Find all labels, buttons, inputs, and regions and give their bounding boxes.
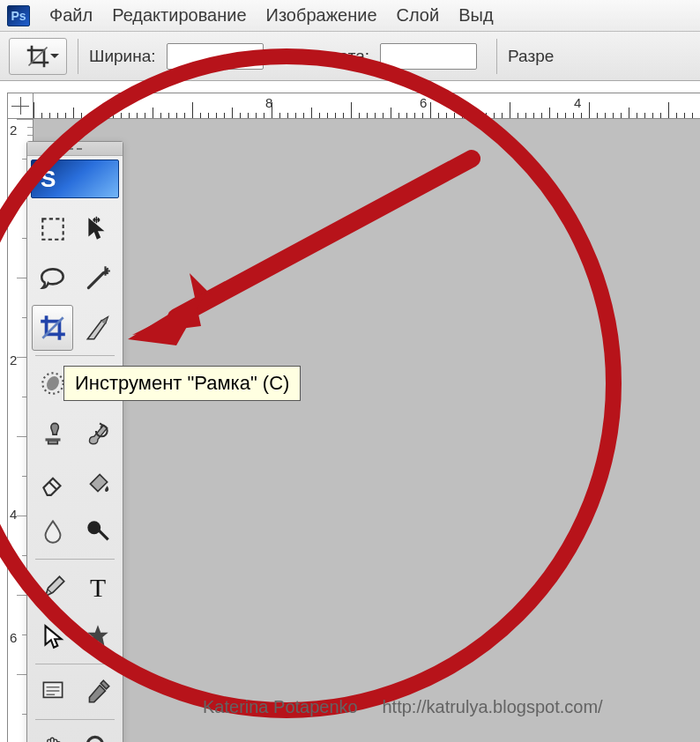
tool-preset-well[interactable] xyxy=(9,38,67,75)
tool-preset-dropdown[interactable] xyxy=(10,39,66,74)
tool-options-bar: Ширина: ⇄ Высота: Разре xyxy=(0,32,700,81)
ruler-tick-label: 4 xyxy=(10,507,17,522)
app-logo-icon: Ps xyxy=(7,5,30,26)
history-brush-icon xyxy=(83,418,113,448)
blur-icon xyxy=(38,516,68,546)
ruler-tick-label: 6 xyxy=(10,630,17,645)
eyedropper-icon xyxy=(83,677,113,707)
hand-icon xyxy=(38,732,68,742)
horizontal-ruler[interactable]: 10 8 6 4 xyxy=(34,93,700,119)
author-name: Katerina Potapenko xyxy=(203,697,358,716)
tool-notes[interactable] xyxy=(32,669,73,715)
ruler-origin[interactable] xyxy=(7,93,34,119)
tool-lasso[interactable] xyxy=(32,256,73,301)
menu-image[interactable]: Изображение xyxy=(266,5,377,26)
separator xyxy=(496,39,497,74)
tool-type[interactable]: T xyxy=(77,564,118,610)
resolution-label: Разре xyxy=(508,47,554,66)
tool-clone-stamp[interactable] xyxy=(32,410,73,456)
tool-blur[interactable] xyxy=(32,508,73,554)
tool-pen[interactable] xyxy=(32,564,73,610)
tool-history-brush[interactable] xyxy=(77,410,118,456)
lasso-icon xyxy=(38,263,68,293)
photoshop-window: Ps Файл Редактирование Изображение Слой … xyxy=(0,0,700,742)
tool-eyedropper[interactable] xyxy=(77,669,118,715)
width-label: Ширина: xyxy=(89,47,156,66)
tool-tooltip: Инструмент "Рамка" (C) xyxy=(63,366,301,401)
separator xyxy=(78,39,78,74)
menu-file[interactable]: Файл xyxy=(49,5,93,26)
ruler-tick-label: 6 xyxy=(420,95,427,110)
paint-bucket-icon xyxy=(83,467,113,497)
notes-icon xyxy=(38,677,68,707)
tool-slice[interactable] xyxy=(77,305,118,351)
path-selection-icon xyxy=(38,621,68,651)
svg-text:T: T xyxy=(89,573,105,602)
attribution-watermark: Katerina Potapenko http://katrulya.blogs… xyxy=(203,697,603,717)
author-url: http://katrulya.blogspot.com/ xyxy=(382,697,602,716)
magic-wand-icon xyxy=(83,263,113,293)
tool-custom-shape[interactable] xyxy=(77,613,118,659)
rectangular-marquee-icon xyxy=(38,214,68,244)
custom-shape-icon xyxy=(83,621,113,651)
tools-panel[interactable]: S T xyxy=(26,141,123,742)
swap-dimensions-icon[interactable]: ⇄ xyxy=(274,45,297,68)
type-icon: T xyxy=(83,572,113,602)
tool-move[interactable] xyxy=(77,206,118,252)
svg-rect-0 xyxy=(42,219,63,239)
panel-grip-icon[interactable] xyxy=(27,142,123,156)
clone-stamp-icon xyxy=(38,418,68,448)
dodge-icon xyxy=(83,516,113,546)
crop-icon xyxy=(26,44,50,69)
zoom-icon xyxy=(83,732,113,742)
tool-dodge[interactable] xyxy=(77,508,118,554)
ruler-tick-label: 2 xyxy=(10,122,17,137)
height-label: Высота: xyxy=(308,47,370,66)
menu-edit[interactable]: Редактирование xyxy=(112,5,246,26)
tool-path-selection[interactable] xyxy=(32,613,73,659)
slice-icon xyxy=(83,313,113,343)
tool-hand[interactable] xyxy=(32,724,73,742)
menu-bar: Ps Файл Редактирование Изображение Слой … xyxy=(0,0,700,32)
crop-icon xyxy=(38,313,68,343)
svg-rect-5 xyxy=(98,530,109,541)
document-canvas[interactable] xyxy=(34,119,700,742)
svg-point-2 xyxy=(44,374,62,392)
tool-rectangular-marquee[interactable] xyxy=(32,206,73,252)
tool-crop[interactable] xyxy=(32,305,73,351)
eraser-icon xyxy=(38,467,68,497)
ruler-tick-label: 4 xyxy=(574,95,581,110)
tool-paint-bucket[interactable] xyxy=(77,459,118,505)
menu-layer[interactable]: Слой xyxy=(397,5,440,26)
tool-zoom[interactable] xyxy=(77,724,118,742)
width-input[interactable] xyxy=(167,43,264,70)
height-input[interactable] xyxy=(380,43,477,70)
tool-magic-wand[interactable] xyxy=(77,256,118,301)
ps-logo-mini-icon: S xyxy=(31,160,119,198)
ruler-tick-label: 2 xyxy=(10,352,17,367)
move-icon xyxy=(83,214,113,244)
svg-point-8 xyxy=(87,737,102,742)
menu-select[interactable]: Выд xyxy=(458,5,493,26)
tool-eraser[interactable] xyxy=(32,459,73,505)
pen-icon xyxy=(38,572,68,602)
svg-rect-3 xyxy=(45,438,60,441)
